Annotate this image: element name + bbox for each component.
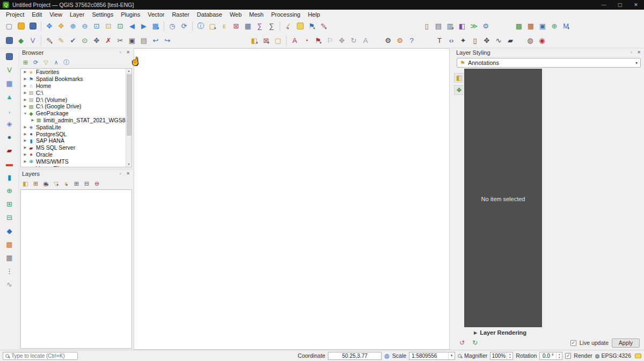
- deselect-all-button[interactable]: ⊠: [230, 20, 242, 32]
- move-label-button[interactable]: ✥: [336, 35, 348, 47]
- osm-place-search-button[interactable]: ◍: [524, 35, 536, 47]
- identify-features-button[interactable]: ⓘ: [195, 20, 207, 32]
- select-by-value-button[interactable]: ▢: [272, 35, 284, 47]
- menu-settings[interactable]: Settings: [88, 11, 117, 18]
- select-by-expression-button[interactable]: ε: [218, 20, 230, 32]
- spin-down-icon[interactable]: ▾: [557, 356, 562, 359]
- close-panel-icon[interactable]: ✕: [126, 171, 130, 176]
- browser-item-geopackage[interactable]: ▼◆GeoPackage: [21, 110, 131, 117]
- expand-arrow-icon[interactable]: ▶: [23, 145, 28, 150]
- menu-view[interactable]: View: [46, 11, 66, 18]
- new-print-layout-button[interactable]: ▯: [421, 20, 433, 32]
- scroll-up-icon[interactable]: ▴: [128, 69, 129, 73]
- zoom-to-layer-button[interactable]: ⊡: [114, 20, 126, 32]
- locator-input[interactable]: [11, 353, 75, 359]
- add-mesh-layer-button[interactable]: ▲: [3, 91, 16, 102]
- text-annotation-tool-button[interactable]: T: [434, 35, 445, 47]
- zoom-out-button[interactable]: ⊖: [79, 20, 91, 32]
- form-annotation-tool-button[interactable]: ▯: [469, 35, 481, 47]
- layer-diagram-options-button[interactable]: ◔: [301, 35, 312, 47]
- cut-features-button[interactable]: ✂: [114, 35, 126, 47]
- redo-style-icon[interactable]: ↻: [471, 338, 479, 347]
- messages-icon[interactable]: [635, 353, 641, 358]
- expand-arrow-icon[interactable]: ▶: [23, 84, 28, 88]
- zoom-to-selection-button[interactable]: ⊡: [103, 20, 114, 32]
- new-virtual-layer-button[interactable]: ∿: [3, 278, 16, 290]
- apply-button[interactable]: Apply: [612, 338, 640, 348]
- current-edits-button[interactable]: ✎▾: [43, 35, 55, 47]
- plugin-tool-button[interactable]: ◉: [536, 35, 548, 47]
- remove-layer-button[interactable]: ⊖: [92, 179, 102, 189]
- add-point-feature-button[interactable]: ⊙: [79, 35, 91, 47]
- open-project-button[interactable]: [15, 20, 27, 32]
- menu-database[interactable]: Database: [193, 11, 226, 18]
- add-delimited-text-layer-button[interactable]: ,: [3, 104, 16, 116]
- show-layout-manager-button[interactable]: ▤: [433, 20, 444, 32]
- add-oracle-layer-button[interactable]: ▬: [3, 158, 16, 170]
- database-manager-button[interactable]: ▣: [537, 20, 548, 32]
- expand-arrow-icon[interactable]: ▶: [23, 132, 28, 136]
- highlight-pinned-labels-button[interactable]: ⚐: [324, 35, 336, 47]
- add-spatialite-layer-button[interactable]: ◈: [3, 117, 16, 129]
- magnifier-spinbox[interactable]: ▴ ▾: [490, 352, 513, 360]
- properties-widget-button[interactable]: ⓘ: [61, 57, 71, 68]
- vector-menu-tools-button[interactable]: ▩: [513, 20, 525, 32]
- python-console-button[interactable]: ≫: [468, 20, 480, 32]
- layers-list[interactable]: [20, 189, 132, 349]
- open-attribute-table-button[interactable]: ▦: [242, 20, 254, 32]
- add-wfs-layer-button[interactable]: ⊟: [3, 211, 16, 223]
- delete-selected-button[interactable]: ✗: [103, 35, 114, 47]
- menu-plugins[interactable]: Plugins: [117, 11, 144, 18]
- temporal-controller-button[interactable]: ◷: [166, 20, 178, 32]
- menu-mesh[interactable]: Mesh: [245, 11, 267, 18]
- expand-arrow-icon[interactable]: ▶: [23, 104, 28, 108]
- expand-arrow-icon[interactable]: ▶: [23, 166, 28, 167]
- expand-all-layers-button[interactable]: ⊞: [71, 179, 82, 189]
- browser-item-google-drive[interactable]: ▶▤C:\ (Google Drive): [21, 103, 131, 110]
- toggle-editing-button[interactable]: ✎: [55, 35, 67, 47]
- undo-button[interactable]: ↩: [150, 35, 162, 47]
- change-label-properties-button[interactable]: A: [360, 35, 371, 47]
- menu-processing[interactable]: Processing: [267, 11, 304, 18]
- open-data-source-manager-button[interactable]: [3, 35, 15, 47]
- menu-layer[interactable]: Layer: [66, 11, 89, 18]
- render-checkbox[interactable]: ✓: [565, 353, 571, 359]
- new-project-button[interactable]: ▢: [3, 20, 15, 32]
- collapse-arrow-icon[interactable]: ▼: [23, 112, 28, 115]
- browser-tree[interactable]: ▶★Favorites▶⚑Spatial Bookmarks▶⌂Home▶▤C:…: [20, 68, 132, 167]
- browser-item-postgresql[interactable]: ▶●PostgreSQL: [21, 130, 131, 137]
- close-panel-icon[interactable]: ✕: [126, 50, 130, 55]
- float-panel-icon[interactable]: ▫: [629, 50, 634, 55]
- help-contents-button[interactable]: ?: [406, 35, 418, 47]
- float-panel-icon[interactable]: ▫: [118, 171, 123, 176]
- add-vector-layer-button[interactable]: V: [3, 64, 16, 76]
- menu-edit[interactable]: Edit: [28, 11, 46, 18]
- text-annotation-button[interactable]: ✎▾: [318, 20, 330, 32]
- open-recent-layout-button[interactable]: ▥▾: [444, 20, 456, 32]
- close-panel-icon[interactable]: ✕: [636, 50, 641, 55]
- save-layer-edits-button[interactable]: ✔: [67, 35, 79, 47]
- browser-item-sap-hana[interactable]: ▶▮SAP HANA: [21, 137, 131, 144]
- filter-legend-button[interactable]: ▽▾: [51, 179, 61, 189]
- layer-styling-shortcut-button[interactable]: ◧▾: [248, 35, 260, 47]
- data-source-manager-button[interactable]: [3, 50, 16, 62]
- zoom-in-button[interactable]: ⊕: [67, 20, 79, 32]
- filter-browser-button[interactable]: ▽: [41, 57, 51, 68]
- collapse-all-layers-button[interactable]: ⊟: [82, 179, 92, 189]
- undo-style-icon[interactable]: ↺: [458, 338, 466, 347]
- browser-item-drive-d[interactable]: ▶▤D:\ (Volume): [21, 96, 131, 103]
- minimize-button[interactable]: —: [596, 0, 612, 10]
- scale-combobox[interactable]: 1:5809556 ▾: [409, 352, 455, 360]
- refresh-map-button[interactable]: ⟳: [178, 20, 190, 32]
- processing-options-button[interactable]: ⚙: [394, 35, 406, 47]
- zoom-last-button[interactable]: ◀: [126, 20, 138, 32]
- menu-help[interactable]: Help: [304, 11, 324, 18]
- browser-item-oracle[interactable]: ▶●Oracle: [21, 151, 131, 158]
- scrollbar-thumb[interactable]: [127, 74, 131, 136]
- coordinate-input[interactable]: [328, 352, 382, 360]
- line-annotation-tool-button[interactable]: ∿: [493, 35, 504, 47]
- grass-tools-button[interactable]: ⚙: [382, 35, 394, 47]
- add-mssql-layer-button[interactable]: ▰: [3, 144, 16, 156]
- add-wms-layer-button[interactable]: ⊕: [3, 185, 16, 196]
- collapse-all-button[interactable]: ∧: [51, 57, 61, 68]
